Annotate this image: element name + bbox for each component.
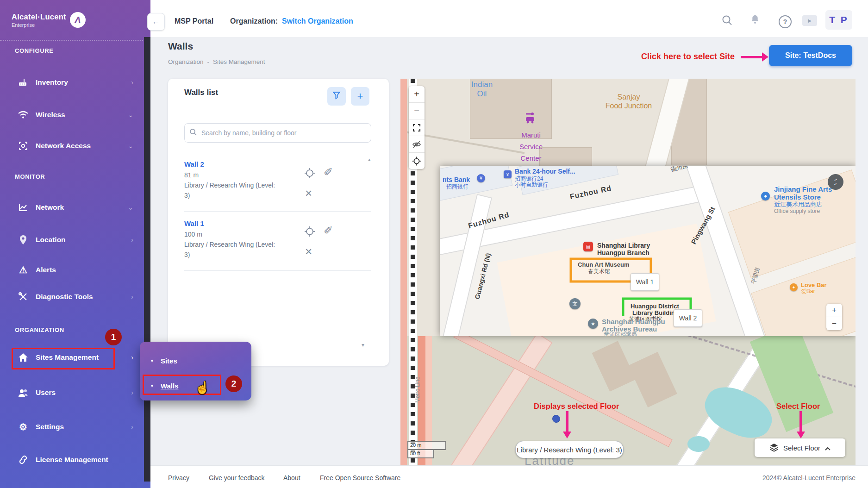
panel-title: Walls list	[184, 88, 218, 97]
sidebar-item-label: Diagnostic Tools	[36, 293, 93, 301]
sidebar-item-label: Wireless	[36, 111, 65, 119]
wall-2-map-label[interactable]: Wall 2	[674, 309, 702, 327]
annotation-select-floor: Select Floor	[776, 402, 820, 411]
sidebar-item-inventory[interactable]: Inventory ›	[0, 73, 144, 92]
scale-metric: 20 m	[407, 441, 446, 450]
delete-x-icon[interactable]: ×	[305, 186, 312, 200]
walls-search-input[interactable]	[200, 129, 366, 137]
sidebar-item-license-management[interactable]: License Management	[0, 450, 144, 469]
sidebar-item-users[interactable]: Users ›	[0, 383, 144, 402]
footer-copyright: 2024© Alcatel-Lucent Enterprise	[762, 474, 856, 482]
section-monitor: MONITOR	[15, 173, 45, 180]
zoom-in-button[interactable]: +	[409, 86, 425, 103]
footer-link-about[interactable]: About	[283, 474, 300, 482]
poi-label-indian-oil: IndianOil	[460, 80, 504, 99]
add-wall-button[interactable]: +	[351, 87, 369, 106]
search-icon[interactable]	[721, 14, 733, 28]
walls-list-panel: Walls list + Wall 2 81 m Library / Resea…	[168, 79, 389, 366]
help-icon[interactable]: ?	[779, 15, 792, 28]
plus-icon: +	[357, 90, 363, 102]
chevron-right-icon: ›	[131, 423, 133, 431]
gear-icon: ⚙	[17, 421, 30, 432]
page-title: Walls	[168, 41, 193, 52]
locate-wall-icon[interactable]	[304, 226, 315, 239]
inset-zoom-in-button[interactable]: +	[826, 304, 842, 317]
sidebar-item-network-access[interactable]: Network Access ⌄	[0, 137, 144, 155]
chart-icon	[17, 203, 30, 212]
sidebar-item-sites-management[interactable]: Sites Management ›	[0, 348, 144, 367]
map-controls: + −	[409, 86, 425, 169]
back-arrow-icon: ←	[152, 17, 160, 26]
link-icon	[17, 455, 30, 464]
floor-map-inset[interactable]: Fuzhou Rd Fuzhou Rd 福州路 Guangxi Rd (N) P…	[440, 166, 856, 336]
sidebar-collapse-button[interactable]: ←	[147, 13, 165, 31]
wall-name-link[interactable]: Wall 1	[184, 219, 204, 227]
inventory-icon	[17, 78, 30, 87]
poi-label-love-bar-cn: 爱Bar	[801, 288, 815, 294]
sidebar-item-label: Network Access	[36, 142, 91, 150]
avatar[interactable]: T P	[825, 10, 852, 30]
inset-zoom-out-button[interactable]: −	[826, 317, 842, 330]
ale-logo-icon: Ʌ	[70, 12, 86, 28]
sidebar-item-label: Network	[36, 203, 64, 212]
sidebar-item-label: License Management	[36, 456, 108, 464]
step-badge-2: 2	[225, 375, 242, 392]
hide-layers-eye-icon[interactable]	[409, 136, 425, 153]
footer: Privacy Give your feedback About Free Op…	[150, 465, 868, 488]
sidebar-item-label: Alerts	[36, 266, 56, 274]
footer-link-privacy[interactable]: Privacy	[168, 474, 189, 482]
sidebar-item-location[interactable]: Location ›	[0, 231, 144, 249]
footer-link-foss[interactable]: Free Open Source Software	[320, 474, 400, 482]
sidebar-scrollbar[interactable]	[144, 37, 150, 482]
site-select-button[interactable]: Site: TestDocs	[769, 45, 852, 66]
sidebar-item-label: Settings	[36, 423, 64, 431]
locate-wall-icon[interactable]	[304, 168, 315, 181]
scroll-down-icon[interactable]: ▾	[362, 342, 364, 348]
selected-floor-pill: Library / Research Wing (Level: 3)	[515, 441, 624, 458]
footer-link-feedback[interactable]: Give your feedback	[209, 474, 265, 482]
sidebar-item-network[interactable]: Network ⌄	[0, 198, 144, 217]
fullscreen-icon[interactable]	[409, 119, 425, 136]
wall-name-link[interactable]: Wall 2	[184, 160, 204, 168]
org-label: Organization:	[230, 17, 278, 25]
delete-x-icon[interactable]: ×	[305, 244, 312, 259]
sidebar-item-wireless[interactable]: Wireless ⌄	[0, 106, 144, 124]
edit-pencil-icon[interactable]: ✐	[324, 224, 333, 237]
map-pin-icon	[17, 235, 30, 245]
breadcrumb-organization[interactable]: Organization	[168, 58, 204, 65]
walls-search-box	[184, 123, 371, 143]
edit-pencil-icon[interactable]: ✐	[324, 166, 333, 179]
scroll-up-icon[interactable]: ▴	[368, 156, 371, 163]
map-canvas[interactable]: Metro Line IndianOil SanjayFood Junction…	[400, 79, 856, 465]
wall-location: 3)	[184, 251, 190, 258]
floor-location-dot	[552, 415, 560, 423]
switch-organization-link[interactable]: Switch Organization	[282, 17, 353, 25]
locate-crosshair-icon[interactable]	[409, 153, 425, 169]
sidebar-item-label: Location	[36, 236, 66, 244]
wall-length: 100 m	[184, 231, 202, 238]
select-floor-button[interactable]: Select Floor	[755, 438, 845, 457]
poi-label-chun-art-museum: Chun Art Museum	[578, 261, 629, 269]
zoom-out-button[interactable]: −	[409, 103, 425, 119]
sidebar-item-diagnostic-tools[interactable]: Diagnostic Tools ›	[0, 288, 144, 306]
chevron-right-icon: ›	[131, 236, 133, 244]
collapse-topbar-button[interactable]: ▶	[802, 15, 817, 26]
submenu-item-sites[interactable]: • Sites	[151, 354, 239, 368]
chevron-right-icon: ›	[131, 354, 133, 361]
bell-icon[interactable]	[750, 14, 760, 27]
breadcrumb-sites-management[interactable]: Sites Management	[213, 58, 265, 65]
annotation-arrow	[799, 411, 802, 432]
sidebar-item-settings[interactable]: ⚙ Settings ›	[0, 418, 144, 436]
sidebar-item-alerts[interactable]: ⚠ Alerts	[0, 261, 144, 279]
divider	[184, 211, 371, 212]
wall-1-map-label[interactable]: Wall 1	[631, 273, 659, 291]
warning-triangle-icon: ⚠	[17, 264, 30, 275]
archives-pin-icon: ★	[588, 319, 598, 329]
chevron-right-icon: ›	[131, 293, 133, 300]
chevron-right-icon: ›	[131, 389, 133, 396]
wall-location: Library / Research Wing (Level:	[184, 241, 275, 248]
wall-length: 81 m	[184, 171, 199, 179]
breadcrumb-separator: -	[207, 58, 210, 65]
filter-button[interactable]	[327, 87, 346, 106]
chevron-up-icon	[825, 444, 831, 452]
